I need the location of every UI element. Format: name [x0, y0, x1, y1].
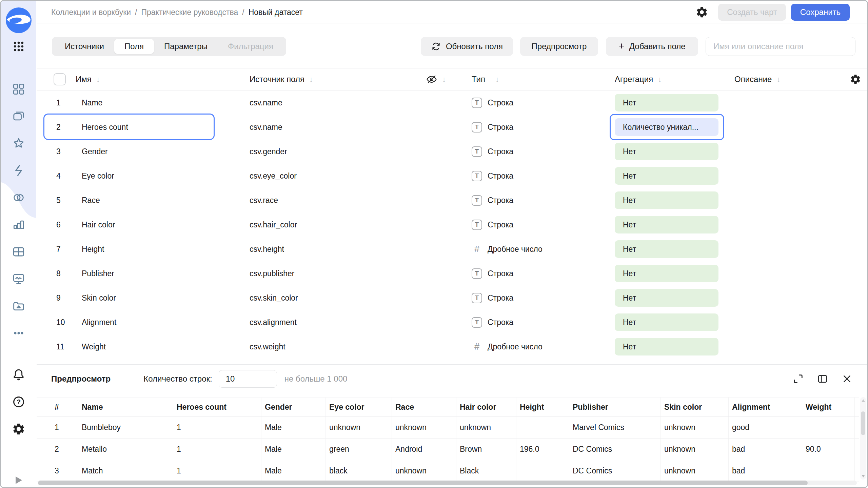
field-type-cell[interactable]: TСтрока: [472, 268, 615, 279]
field-row: 10Alignmentcsv.alignmentTСтрокаНет: [37, 310, 867, 334]
preview-horizontal-scrollbar[interactable]: [38, 481, 857, 485]
preview-col-gender: Gender: [261, 398, 326, 416]
field-type-cell[interactable]: TСтрока: [472, 146, 615, 157]
horizontal-scroll-thumb[interactable]: [38, 481, 808, 485]
save-button[interactable]: Сохранить: [791, 4, 850, 21]
tab-fields[interactable]: Поля: [114, 39, 154, 54]
files-folder-icon[interactable]: [12, 299, 25, 313]
aggregation-select[interactable]: Нет: [615, 338, 718, 355]
dataset-settings-gear-icon[interactable]: [695, 6, 708, 19]
select-all-checkbox[interactable]: [54, 73, 66, 85]
add-field-button[interactable]: + Добавить поле: [606, 37, 698, 56]
field-type-label: Строка: [488, 196, 513, 205]
field-name-cell[interactable]: Weight: [82, 342, 250, 351]
row-number: 9: [51, 293, 82, 303]
field-type-cell[interactable]: TСтрока: [472, 98, 615, 108]
create-chart-button[interactable]: Создать чарт: [718, 4, 786, 21]
breadcrumb-current-dataset: Новый датасет: [249, 8, 303, 17]
tab-parameters[interactable]: Параметры: [154, 39, 218, 54]
column-header-source[interactable]: Источник поля↓: [250, 75, 426, 84]
dataset-tabs: ИсточникиПоляПараметрыФильтрация: [52, 37, 286, 56]
connections-icon[interactable]: [12, 191, 25, 204]
field-row: 11Weightcsv.weight#Дробное числоНет: [37, 334, 867, 359]
field-source-cell: csv.eye_color: [250, 171, 426, 181]
field-source-cell: csv.publisher: [250, 269, 426, 278]
expand-preview-icon[interactable]: [793, 373, 804, 384]
field-name-cell[interactable]: Alignment: [82, 318, 250, 327]
column-header-aggregation[interactable]: Агрегация↓: [615, 75, 734, 84]
settings-gear-icon[interactable]: [12, 422, 25, 436]
field-type-cell[interactable]: TСтрока: [472, 317, 615, 328]
field-type-cell[interactable]: TСтрока: [472, 293, 615, 303]
string-type-icon: T: [472, 220, 482, 230]
tab-filtering: Фильтрация: [218, 39, 283, 54]
field-name-cell[interactable]: Publisher: [82, 269, 250, 278]
vertical-scroll-thumb[interactable]: [861, 411, 865, 435]
aggregation-select[interactable]: Нет: [615, 167, 718, 185]
close-preview-icon[interactable]: [842, 373, 852, 384]
aggregation-select[interactable]: Нет: [615, 143, 718, 160]
preview-vertical-scrollbar[interactable]: [860, 397, 866, 480]
quick-actions-bolt-icon[interactable]: [12, 164, 25, 177]
toggle-preview-button[interactable]: Предпросмотр: [520, 37, 598, 56]
column-header-visibility[interactable]: ↓: [426, 74, 472, 85]
help-icon[interactable]: ?: [12, 395, 25, 409]
preview-cell: unknown: [392, 460, 456, 482]
row-number: 3: [51, 147, 82, 156]
preview-cell: Male: [261, 417, 326, 438]
preview-col--: #: [51, 398, 78, 416]
column-header-type[interactable]: Тип↓: [472, 75, 615, 84]
tables-icon[interactable]: [12, 245, 25, 259]
aggregation-select[interactable]: Количество уникал...: [615, 118, 718, 136]
widgets-icon[interactable]: [12, 82, 25, 96]
aggregation-select[interactable]: Нет: [615, 265, 718, 282]
field-type-cell[interactable]: TСтрока: [472, 122, 615, 133]
dock-preview-icon[interactable]: [817, 373, 828, 384]
breadcrumb-workbook[interactable]: Практические руководства: [141, 8, 238, 17]
aggregation-select[interactable]: Нет: [615, 216, 718, 233]
field-type-cell[interactable]: #Дробное число: [472, 244, 615, 255]
field-type-cell[interactable]: TСтрока: [472, 220, 615, 230]
aggregation-select[interactable]: Нет: [615, 191, 718, 209]
toggle-preview-label: Предпросмотр: [532, 42, 587, 51]
field-name-cell[interactable]: Name: [82, 98, 250, 107]
field-name-cell[interactable]: Height: [82, 245, 250, 254]
notifications-bell-icon[interactable]: [12, 368, 25, 382]
field-name-cell[interactable]: Hair color: [82, 220, 250, 229]
refresh-fields-label: Обновить поля: [446, 42, 503, 51]
field-name-cell[interactable]: Skin color: [82, 293, 250, 303]
more-ellipsis-icon[interactable]: [12, 326, 25, 340]
aggregation-select[interactable]: Нет: [615, 94, 718, 111]
column-header-description[interactable]: Описание↓: [734, 75, 850, 84]
aggregation-select[interactable]: Нет: [615, 240, 718, 258]
sidebar-expand-button[interactable]: [1, 473, 36, 487]
field-name-cell[interactable]: Heroes count: [82, 123, 250, 132]
collections-icon[interactable]: [12, 109, 25, 123]
field-type-cell[interactable]: #Дробное число: [472, 342, 615, 352]
breadcrumb-collections[interactable]: Коллекции и воркбуки: [51, 8, 131, 17]
field-type-cell[interactable]: TСтрока: [472, 195, 615, 206]
preview-cell: 2: [51, 439, 78, 460]
tab-sources[interactable]: Источники: [55, 39, 114, 54]
row-count-input[interactable]: [219, 370, 277, 388]
preview-row: 2Metallo1MalegreenAndroidBrown196.0DC Co…: [37, 439, 859, 460]
sort-icon: ↓: [309, 75, 313, 84]
breadcrumb-separator: /: [242, 8, 244, 17]
field-name-cell[interactable]: Gender: [82, 147, 250, 156]
field-name-cell[interactable]: Eye color: [82, 171, 250, 181]
favorites-star-icon[interactable]: [12, 137, 25, 150]
datalens-logo[interactable]: [6, 7, 32, 35]
aggregation-select[interactable]: Нет: [615, 313, 718, 331]
refresh-fields-button[interactable]: Обновить поля: [421, 37, 513, 56]
column-header-name[interactable]: Имя↓: [82, 75, 250, 84]
field-name-cell[interactable]: Race: [82, 196, 250, 205]
field-search: [706, 37, 855, 56]
field-type-cell[interactable]: TСтрока: [472, 171, 615, 181]
charts-icon[interactable]: [12, 218, 25, 231]
row-number: 6: [51, 220, 82, 229]
field-search-input[interactable]: [706, 37, 855, 56]
apps-grid-icon[interactable]: [12, 40, 25, 53]
table-settings-gear-icon[interactable]: [850, 74, 861, 85]
dashboards-monitor-icon[interactable]: [12, 272, 25, 286]
aggregation-select[interactable]: Нет: [615, 289, 718, 307]
